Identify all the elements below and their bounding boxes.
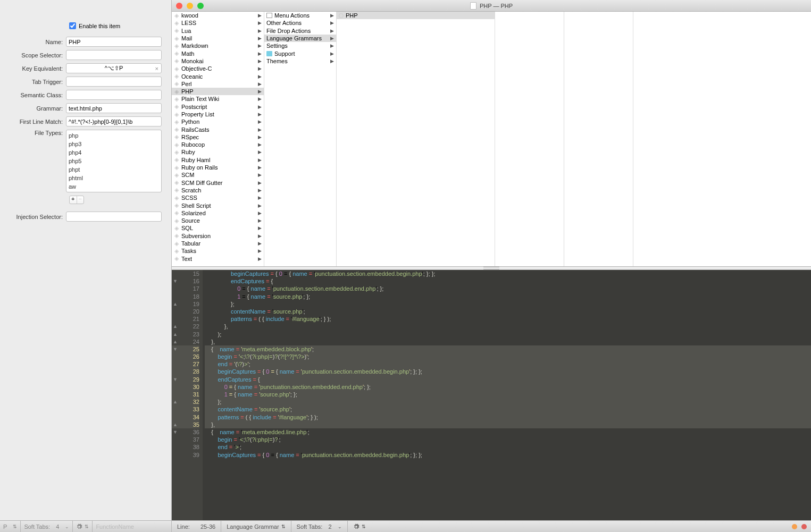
bundle-item[interactable]: ◈RSpec▶ — [172, 133, 264, 141]
bundle-item[interactable]: ◈SCM Diff Gutter▶ — [172, 179, 264, 187]
close-button[interactable] — [176, 3, 182, 9]
bundle-item[interactable]: ◈Plain Text Wiki▶ — [172, 95, 264, 103]
bundle-icon: ◈ — [174, 43, 179, 49]
chevron-right-icon: ▶ — [258, 127, 262, 132]
plus-icon[interactable]: + — [70, 196, 77, 204]
file-type-item[interactable]: php4 — [69, 148, 159, 157]
code-area[interactable]: beginCaptures = { 0 = { name = 'punctuat… — [203, 270, 811, 520]
grammar-input[interactable] — [66, 103, 162, 113]
gear-icon[interactable] — [353, 523, 359, 530]
chevron-right-icon: ▶ — [258, 256, 262, 261]
minus-icon[interactable]: − — [77, 196, 84, 204]
bundle-item[interactable]: ◈Solarized▶ — [172, 209, 264, 217]
file-type-item[interactable]: aw — [69, 182, 159, 191]
gear-icon[interactable] — [76, 523, 82, 530]
file-type-item[interactable]: phtml — [69, 174, 159, 182]
chevron-right-icon: ▶ — [258, 66, 262, 71]
sem-label: Semantic Class: — [7, 92, 66, 98]
enable-checkbox[interactable] — [69, 22, 76, 29]
chevron-right-icon: ▶ — [258, 241, 262, 246]
bundle-item[interactable]: ◈Oceanic▶ — [172, 72, 264, 80]
name-input[interactable] — [66, 37, 162, 47]
bundle-item[interactable]: ◈Ruby Haml▶ — [172, 156, 264, 164]
bundle-item[interactable]: ◈Tasks▶ — [172, 247, 264, 255]
chevron-right-icon: ▶ — [258, 195, 262, 200]
file-type-item[interactable]: php3 — [69, 140, 159, 148]
symbol-selector[interactable]: FunctionName — [96, 523, 134, 530]
key-equivalent-input[interactable]: ^⌥⇧P× — [66, 63, 162, 73]
stepper-icon[interactable]: ⇅ — [362, 524, 366, 529]
add-remove-buttons[interactable]: +− — [69, 196, 84, 204]
bundle-item[interactable]: ◈Postscript▶ — [172, 103, 264, 111]
category-item[interactable]: File Drop Actions▶ — [264, 27, 336, 35]
chevron-down-icon[interactable]: ⌄ — [338, 524, 342, 529]
scope-input[interactable] — [66, 50, 162, 60]
chevron-right-icon: ▶ — [258, 36, 262, 41]
injection-selector-input[interactable] — [66, 212, 162, 222]
stepper-icon[interactable]: ⇅ — [281, 524, 286, 529]
enable-label: Enable this item — [79, 23, 120, 29]
chevron-right-icon: ▶ — [330, 36, 334, 41]
bundle-item[interactable]: ◈Math▶ — [172, 49, 264, 57]
flm-label: First Line Match: — [7, 119, 66, 125]
bundle-item[interactable]: ◈Lua▶ — [172, 27, 264, 35]
first-line-match-input[interactable] — [66, 116, 162, 126]
category-item[interactable]: Themes▶ — [264, 57, 336, 65]
categories-column[interactable]: Menu Actions▶Other Actions▶File Drop Act… — [264, 12, 337, 266]
bundle-icon: ◈ — [174, 73, 179, 79]
file-type-item[interactable]: php5 — [69, 157, 159, 165]
category-item[interactable]: Language Grammars▶ — [264, 35, 336, 42]
bundle-item[interactable]: ◈RailsCasts▶ — [172, 125, 264, 133]
bundle-item[interactable]: ◈Perl▶ — [172, 80, 264, 88]
category-item[interactable]: Support▶ — [264, 49, 336, 57]
bundle-item[interactable]: ◈Text▶ — [172, 255, 264, 263]
grammar-item[interactable]: PHP — [337, 12, 495, 19]
bundle-item[interactable]: ◈Tabular▶ — [172, 240, 264, 247]
bundle-item[interactable]: ◈Ruby on Rails▶ — [172, 164, 264, 171]
bundle-item[interactable]: ◈Markdown▶ — [172, 42, 264, 49]
bundle-item[interactable]: ◈SCM▶ — [172, 171, 264, 179]
clear-icon[interactable]: × — [155, 65, 158, 72]
bundle-item[interactable]: ◈Subversion▶ — [172, 232, 264, 240]
bundles-column[interactable]: ◈kwood▶◈LESS▶◈Lua▶◈Mail▶◈Markdown▶◈Math▶… — [172, 12, 264, 266]
status-dot-warning — [792, 524, 797, 529]
maximize-button[interactable] — [197, 3, 204, 9]
code-editor[interactable]: 15▼161718▲192021▲22▲23▲24▼25262728▼29303… — [172, 270, 811, 520]
bundle-item[interactable]: ◈Objective-C▶ — [172, 65, 264, 72]
items-column[interactable]: PHP — [337, 12, 495, 266]
category-item[interactable]: Settings▶ — [264, 42, 336, 49]
bundle-item[interactable]: ◈kwood▶ — [172, 12, 264, 19]
bundle-item[interactable]: ◈Property List▶ — [172, 111, 264, 118]
category-item[interactable]: Other Actions▶ — [264, 19, 336, 27]
minimize-button[interactable] — [187, 3, 193, 9]
chevron-down-icon[interactable]: ⌄ — [65, 524, 69, 529]
file-type-item[interactable]: phpt — [69, 165, 159, 174]
empty-column-2 — [564, 12, 633, 266]
gram-label: Grammar: — [7, 105, 66, 112]
bundle-item[interactable]: ◈Monokai▶ — [172, 57, 264, 65]
key-label: Key Equivalent: — [7, 65, 66, 72]
bundle-item[interactable]: ◈Shell Script▶ — [172, 201, 264, 209]
bundle-item[interactable]: ◈Scratch▶ — [172, 187, 264, 194]
bundle-item[interactable]: ◈SQL▶ — [172, 224, 264, 232]
bundle-item[interactable]: ◈Ruby▶ — [172, 148, 264, 156]
bundle-icon: ◈ — [174, 149, 179, 155]
chevron-right-icon: ▶ — [330, 28, 334, 33]
chevron-right-icon: ▶ — [258, 180, 262, 185]
file-types-list[interactable]: phpphp3php4php5phptphtmlaw — [66, 130, 162, 192]
bundle-item[interactable]: ◈SCSS▶ — [172, 194, 264, 201]
bundle-item[interactable]: ◈LESS▶ — [172, 19, 264, 27]
bundle-item[interactable]: ◈Source▶ — [172, 217, 264, 224]
bundle-item[interactable]: ◈Mail▶ — [172, 35, 264, 42]
language-selector[interactable]: Language Grammar — [227, 523, 279, 530]
file-type-item[interactable]: php — [69, 131, 159, 140]
tab-trigger-input[interactable] — [66, 77, 162, 87]
stepper-icon[interactable]: ⇅ — [13, 524, 17, 529]
bundle-icon: ◈ — [174, 28, 179, 33]
semantic-class-input[interactable] — [66, 90, 162, 100]
category-item[interactable]: Menu Actions▶ — [264, 12, 336, 19]
chevron-right-icon: ▶ — [258, 149, 262, 155]
bundle-item[interactable]: ◈Rubocop▶ — [172, 141, 264, 148]
bundle-item[interactable]: ◈Python▶ — [172, 118, 264, 125]
bundle-item[interactable]: ◈PHP▶ — [172, 88, 264, 95]
